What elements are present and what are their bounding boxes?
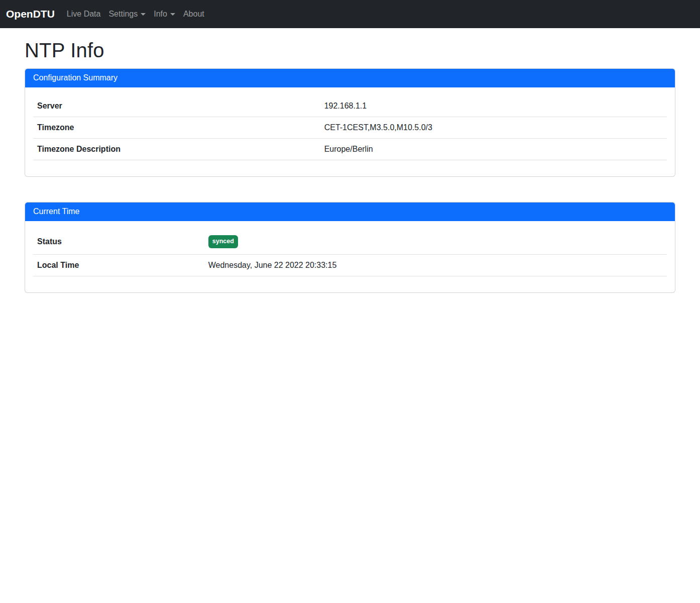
nav-item-live-data[interactable]: Live Data — [63, 6, 105, 23]
table-row: Timezone CET-1CEST,M3.5.0,M10.5.0/3 — [33, 117, 667, 139]
current-time-card-header: Current Time — [25, 203, 675, 221]
row-value-timezone-description: Europe/Berlin — [320, 139, 667, 160]
configuration-summary-card-body: Server 192.168.1.1 Timezone CET-1CEST,M3… — [25, 87, 675, 176]
status-badge: synced — [208, 235, 238, 248]
configuration-summary-card: Configuration Summary Server 192.168.1.1… — [25, 68, 675, 177]
configuration-summary-card-header: Configuration Summary — [25, 69, 675, 87]
top-navbar: OpenDTU Live Data Settings Info About — [0, 0, 700, 28]
nav-item-info-label: Info — [154, 10, 167, 18]
nav-item-settings-label: Settings — [108, 10, 138, 18]
page-content: NTP Info Configuration Summary Server 19… — [0, 28, 700, 293]
row-label-timezone: Timezone — [33, 117, 320, 139]
table-row: Server 192.168.1.1 — [33, 95, 667, 117]
row-value-server: 192.168.1.1 — [320, 95, 667, 117]
main-nav: Live Data Settings Info About — [63, 6, 208, 23]
row-value-local-time: Wednesday, June 22 2022 20:33:15 — [204, 255, 667, 276]
row-label-local-time: Local Time — [33, 255, 204, 276]
table-row: Timezone Description Europe/Berlin — [33, 139, 667, 160]
row-value-status: synced — [204, 229, 667, 255]
table-row: Status synced — [33, 229, 667, 255]
table-row: Local Time Wednesday, June 22 2022 20:33… — [33, 255, 667, 276]
row-value-timezone: CET-1CEST,M3.5.0,M10.5.0/3 — [320, 117, 667, 139]
chevron-down-icon — [141, 13, 146, 16]
current-time-card-body: Status synced Local Time Wednesday, June… — [25, 221, 675, 292]
current-time-table: Status synced Local Time Wednesday, June… — [33, 229, 667, 276]
row-label-status: Status — [33, 229, 204, 255]
row-label-server: Server — [33, 95, 320, 117]
row-label-timezone-description: Timezone Description — [33, 139, 320, 160]
page-title: NTP Info — [25, 39, 675, 62]
configuration-summary-table: Server 192.168.1.1 Timezone CET-1CEST,M3… — [33, 95, 667, 160]
nav-item-settings[interactable]: Settings — [104, 6, 150, 23]
chevron-down-icon — [170, 13, 175, 16]
brand-logo[interactable]: OpenDTU — [6, 8, 55, 20]
nav-item-about[interactable]: About — [179, 6, 208, 23]
current-time-card: Current Time Status synced Local Time We… — [25, 202, 675, 293]
nav-item-info[interactable]: Info — [150, 6, 179, 23]
